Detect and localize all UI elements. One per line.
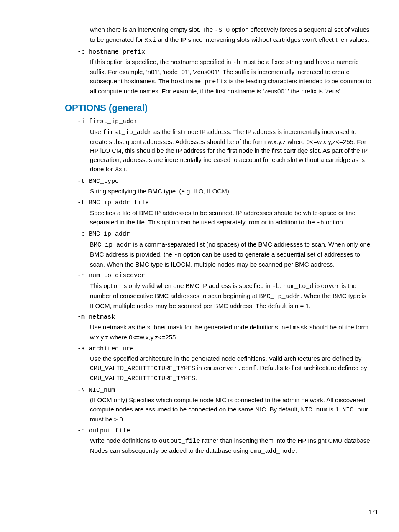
text: .: [280, 282, 283, 289]
code-inline: -S 0: [215, 27, 230, 34]
code-inline: num_to_discover: [283, 283, 340, 290]
text: when there is an intervening empty slot.…: [90, 26, 215, 33]
option-m-desc: Use netmask as the subnet mask for the g…: [77, 323, 374, 342]
text: .: [195, 374, 197, 381]
option-cap-n-term: -N NIC_num: [77, 386, 374, 395]
option-t-term: -t BMC_type: [77, 177, 374, 186]
code-inline: first_ip_addr: [103, 129, 152, 136]
code-inline: NIC_num: [342, 406, 368, 414]
text: Specifies a file of BMC IP addresses to …: [90, 209, 356, 226]
option-n-desc: This option is only valid when one BMC I…: [77, 281, 374, 310]
text: This option is only valid when one BMC I…: [90, 282, 272, 289]
code-inline: output_file: [159, 438, 200, 445]
text: Write node definitions to: [90, 437, 159, 444]
code-inline: CMU_VALID_ARCHITECTURE_TYPES: [90, 365, 195, 372]
text: If this option is specified, the hostnam…: [90, 58, 233, 65]
text: option.: [324, 218, 345, 226]
content-area: when there is an intervening empty slot.…: [65, 25, 374, 456]
option-a-term: -a architecture: [77, 344, 374, 354]
code-inline: -b: [272, 283, 280, 290]
section-heading: OPTIONS (general): [65, 101, 374, 115]
code-inline: -b: [317, 219, 324, 226]
text: Use the specified architecture in the ge…: [90, 355, 361, 362]
text: .: [295, 447, 297, 454]
text: . Defaults to first architecture defined…: [256, 364, 367, 371]
option-i-term: -i first_ip_addr: [77, 117, 374, 126]
option-p-term: -p hostname_prefix: [77, 48, 374, 57]
option-o-desc: Write node definitions to output_file ra…: [77, 436, 374, 456]
option-f-term: -f BMC_ip_addr_file: [77, 198, 374, 208]
code-inline: hostname_prefix: [171, 78, 227, 85]
text: is 1.: [327, 406, 342, 413]
text: must be > 0.: [90, 416, 125, 423]
option-a-desc: Use the specified architecture in the ge…: [77, 354, 374, 383]
text: Use netmask as the subnet mask for the g…: [90, 324, 281, 331]
intro-paragraph: when there is an intervening empty slot.…: [77, 25, 374, 45]
page-number: 171: [368, 508, 378, 516]
code-inline: netmask: [281, 324, 308, 332]
option-b-desc: BMC_ip_addr is a comma-separated list (n…: [77, 240, 374, 269]
text: .: [126, 165, 128, 172]
code-inline: %xi: [145, 37, 156, 44]
code-inline: CMU_VALID_ARCHITECTURE_TYPES: [90, 375, 195, 382]
code-inline: cmu_add_node: [250, 448, 295, 455]
option-b-term: -b BMC_ip_addr: [77, 230, 374, 239]
code-inline: -h: [233, 59, 240, 66]
option-f-desc: Specifies a file of BMC IP addresses to …: [77, 208, 374, 228]
code-inline: %xi: [115, 166, 126, 173]
code-inline: cmuserver.conf: [204, 365, 256, 372]
option-n-term: -n num_to_discover: [77, 271, 374, 280]
option-p-desc: If this option is specified, the hostnam…: [77, 57, 374, 95]
text: Use: [90, 128, 103, 135]
option-o-term: -o output_file: [77, 427, 374, 436]
code-inline: BMC_ip_addr: [90, 242, 131, 249]
text: in: [195, 364, 204, 371]
option-i-desc: Use first_ip_addr as the first node IP a…: [77, 127, 374, 175]
code-inline: BMC_ip_addr: [259, 293, 300, 300]
code-inline: -n: [174, 252, 182, 259]
option-t-desc: String specifying the BMC type. (e.g. IL…: [77, 187, 374, 196]
code-inline: NIC_num: [301, 406, 327, 414]
option-m-term: -m netmask: [77, 313, 374, 322]
text: and the IP since intervening slots witho…: [156, 36, 369, 43]
option-cap-n-desc: (ILOCM only) Specifies which compute nod…: [77, 396, 374, 424]
